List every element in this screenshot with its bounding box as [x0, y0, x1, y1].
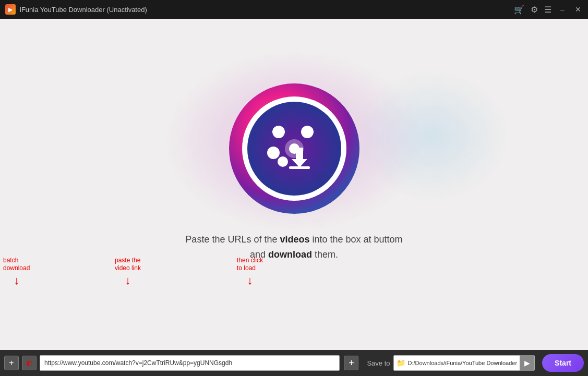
plus-icon: +: [349, 358, 354, 369]
instruction-line2b: them.: [312, 249, 338, 260]
paste-video-link-arrow: ↓: [115, 274, 141, 287]
add-button[interactable]: +: [4, 356, 19, 370]
svg-rect-10: [289, 166, 310, 169]
instruction-text: Paste the URLs of the videos into the bo…: [185, 232, 402, 262]
url-input[interactable]: [40, 355, 340, 371]
folder-icon: 📁: [394, 359, 408, 367]
app-logo-container: [226, 81, 362, 216]
bg-decoration-2: [353, 71, 510, 201]
close-button[interactable]: ✕: [573, 5, 583, 14]
svg-point-3: [272, 126, 285, 138]
add-icon: +: [9, 358, 14, 368]
minimize-button[interactable]: –: [558, 5, 567, 14]
cart-icon[interactable]: 🛒: [514, 5, 524, 15]
instruction-line1: Paste the URLs of the: [185, 234, 280, 245]
go-icon: ▶: [524, 359, 530, 367]
instruction-line1b: into the box at buttom: [310, 234, 403, 245]
start-button[interactable]: Start: [542, 354, 584, 372]
title-bar: ▶ iFunia YouTube Downloader (Unactivated…: [0, 0, 588, 19]
app-logo: ▶: [5, 4, 16, 15]
instruction-bold2: download: [268, 249, 312, 260]
delete-button[interactable]: 🗑: [22, 356, 37, 370]
batch-download-annotation: batchdownload ↓: [3, 257, 30, 287]
delete-icon: 🗑: [26, 359, 33, 367]
main-content: Paste the URLs of the videos into the bo…: [0, 19, 588, 350]
batch-download-label: batchdownload: [3, 257, 30, 273]
folder-path-container: 📁 D:/Downloads/iFunia/YouTube Downloader…: [393, 355, 535, 371]
svg-point-11: [278, 156, 288, 167]
click-to-load-label: then clickto load: [237, 257, 263, 273]
svg-point-4: [301, 126, 314, 138]
folder-open-button[interactable]: ▶: [520, 355, 534, 371]
settings-icon[interactable]: ⚙: [531, 5, 538, 15]
folder-path-text: D:/Downloads/iFunia/YouTube Downloader: [408, 360, 520, 366]
batch-download-arrow: ↓: [3, 274, 30, 287]
instruction-bold1: videos: [280, 234, 309, 245]
window-controls: 🛒 ⚙ ☰ – ✕: [514, 5, 583, 15]
load-button[interactable]: +: [344, 356, 358, 370]
menu-icon[interactable]: ☰: [544, 5, 551, 15]
click-to-load-annotation: then clickto load ↓: [237, 257, 263, 287]
app-title: iFunia YouTube Downloader (Unactivated): [20, 6, 514, 14]
app-logo-svg: [226, 81, 362, 216]
click-to-load-arrow: ↓: [237, 274, 263, 287]
bottom-bar: + 🗑 + Save to 📁 D:/Downloads/iFunia/YouT…: [0, 350, 588, 376]
svg-point-5: [267, 147, 280, 159]
paste-video-link-annotation: paste thevideo link ↓: [115, 257, 141, 287]
save-to-label: Save to: [367, 359, 390, 367]
paste-video-link-label: paste thevideo link: [115, 257, 141, 273]
svg-rect-8: [296, 148, 303, 159]
